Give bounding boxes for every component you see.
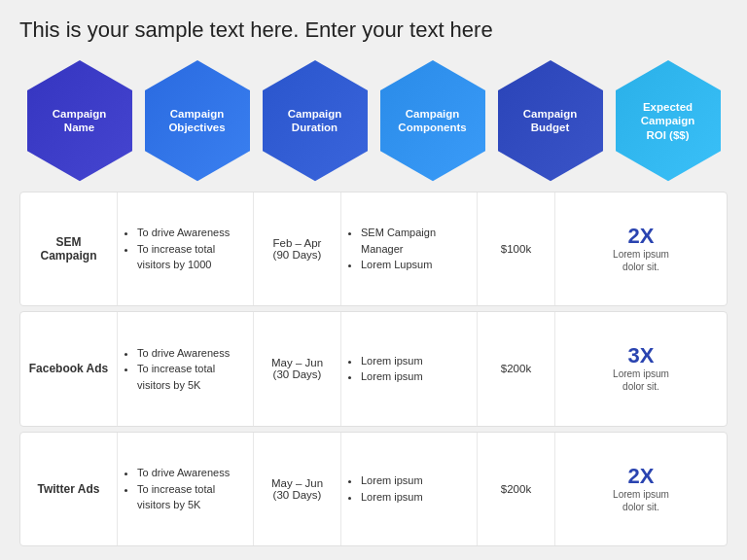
svg-marker-2	[263, 60, 368, 181]
objective-item: To drive Awareness	[137, 225, 247, 241]
row-sem: SEM CampaignTo drive AwarenessTo increas…	[19, 192, 728, 306]
svg-marker-4	[498, 60, 603, 181]
row-facebook-roi: 3XLorem ipsumdolor sit.	[555, 312, 727, 425]
row-sem-roi: 2XLorem ipsumdolor sit.	[555, 192, 727, 305]
hex-6-shape: ExpectedCampaignROI ($$)	[616, 60, 721, 181]
row-facebook: Facebook AdsTo drive AwarenessTo increas…	[19, 311, 728, 426]
component-item: SEM Campaign Manager	[361, 225, 471, 257]
row-sem-roi-sub: Lorem ipsumdolor sit.	[613, 248, 669, 273]
row-twitter-name: Twitter Ads	[20, 433, 118, 545]
hex-5: CampaignBudget	[494, 60, 606, 181]
svg-marker-5	[616, 60, 721, 181]
row-twitter-components: Lorem ipsumLorem ipsum	[341, 433, 478, 545]
svg-marker-0	[27, 60, 132, 181]
row-facebook-components: Lorem ipsumLorem ipsum	[341, 312, 478, 425]
row-twitter-objectives: To drive AwarenessTo increase total visi…	[118, 433, 254, 545]
row-facebook-roi-sub: Lorem ipsumdolor sit.	[613, 368, 669, 393]
objective-item: To increase total visitors by 5K	[137, 481, 247, 513]
row-sem-roi-number: 2X	[628, 225, 655, 248]
row-sem-objectives: To drive AwarenessTo increase total visi…	[118, 192, 254, 305]
row-twitter: Twitter AdsTo drive AwarenessTo increase…	[19, 432, 728, 546]
row-sem-name: SEM Campaign	[20, 192, 118, 305]
hex-2-shape: CampaignObjectives	[145, 60, 250, 181]
page: This is your sample text here. Enter you…	[0, 0, 747, 560]
row-twitter-duration: May – Jun(30 Days)	[254, 433, 341, 545]
row-twitter-roi: 2XLorem ipsumdolor sit.	[555, 433, 727, 545]
component-item: Lorem ipsum	[361, 368, 423, 385]
hex-6: ExpectedCampaignROI ($$)	[612, 60, 724, 181]
hex-row: CampaignName CampaignObjectives Campaign…	[19, 60, 728, 181]
hex-1: CampaignName	[23, 60, 135, 181]
objective-item: To drive Awareness	[137, 465, 247, 481]
hex-1-shape: CampaignName	[27, 60, 132, 181]
table-area: SEM CampaignTo drive AwarenessTo increas…	[19, 192, 728, 546]
row-sem-components: SEM Campaign ManagerLorem Lupsum	[341, 192, 478, 305]
hex-5-shape: CampaignBudget	[498, 60, 603, 181]
objective-item: To increase total visitors by 1000	[137, 241, 247, 273]
svg-marker-1	[145, 60, 250, 181]
row-facebook-duration: May – Jun(30 Days)	[254, 312, 341, 425]
hex-2: CampaignObjectives	[141, 60, 253, 181]
component-item: Lorem ipsum	[361, 472, 423, 489]
hex-4-shape: CampaignComponents	[380, 60, 485, 181]
component-item: Lorem ipsum	[361, 489, 423, 506]
objective-item: To drive Awareness	[137, 345, 247, 362]
page-title: This is your sample text here. Enter you…	[19, 18, 728, 43]
hex-3: CampaignDuration	[259, 60, 371, 181]
objective-item: To increase total visitors by 5K	[137, 361, 247, 393]
row-facebook-roi-number: 3X	[628, 344, 655, 368]
row-facebook-name: Facebook Ads	[20, 312, 118, 425]
row-twitter-roi-number: 2X	[628, 465, 655, 488]
hex-4: CampaignComponents	[376, 60, 488, 181]
hex-3-shape: CampaignDuration	[263, 60, 368, 181]
row-twitter-roi-sub: Lorem ipsumdolor sit.	[613, 488, 669, 513]
row-facebook-objectives: To drive AwarenessTo increase total visi…	[118, 312, 254, 425]
row-sem-budget: $100k	[478, 192, 555, 305]
row-sem-duration: Feb – Apr(90 Days)	[254, 192, 341, 305]
component-item: Lorem ipsum	[361, 353, 423, 369]
svg-marker-3	[380, 60, 485, 181]
row-twitter-budget: $200k	[478, 433, 555, 545]
row-facebook-budget: $200k	[478, 312, 555, 425]
component-item: Lorem Lupsum	[361, 257, 471, 273]
